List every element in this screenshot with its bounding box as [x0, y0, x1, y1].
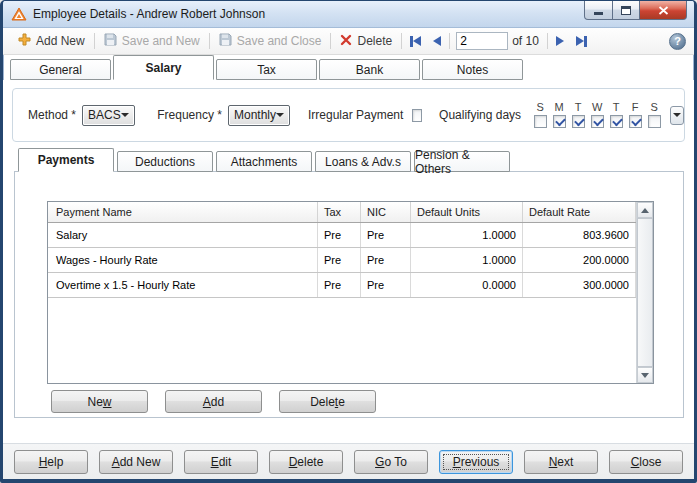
qualifying-day-1-checkbox[interactable] — [553, 115, 566, 128]
tab-bank[interactable]: Bank — [319, 59, 420, 80]
tab-general[interactable]: General — [10, 59, 111, 80]
close-button[interactable] — [640, 1, 687, 20]
qualifying-day-2-checkbox[interactable] — [572, 115, 585, 128]
table-cell: Pre — [361, 273, 411, 297]
qualifying-day-6: S — [647, 102, 661, 128]
column-header-payment-name[interactable]: Payment Name — [48, 202, 318, 222]
qualifying-day-6-checkbox[interactable] — [648, 115, 661, 128]
last-record-icon — [576, 36, 584, 46]
maximize-button[interactable] — [613, 1, 640, 20]
table-cell: 1.0000 — [411, 223, 523, 247]
column-header-nic[interactable]: NIC — [361, 202, 411, 222]
table-row[interactable]: SalaryPrePre1.0000803.9600 — [48, 223, 653, 248]
help-footer-button[interactable]: Help — [14, 450, 88, 474]
save-disk-icon — [219, 33, 232, 49]
toolbar-separator — [330, 33, 331, 49]
scroll-down-icon — [641, 373, 649, 378]
subtab-payments[interactable]: Payments — [18, 148, 114, 172]
qualifying-day-5-checkbox[interactable] — [629, 115, 642, 128]
toolbar-separator — [209, 33, 210, 49]
column-header-tax[interactable]: Tax — [318, 202, 361, 222]
column-header-default-units[interactable]: Default Units — [411, 202, 523, 222]
day-letter: W — [592, 102, 602, 113]
close-footer-button[interactable]: Close — [609, 450, 683, 474]
table-cell: Pre — [318, 248, 361, 272]
add-new-footer-button[interactable]: Add New — [99, 450, 173, 474]
scrollbar-thumb[interactable] — [637, 218, 653, 367]
add-new-toolbar-button[interactable]: Add New — [11, 30, 92, 53]
save-and-close-label: Save and Close — [237, 34, 322, 48]
next-record-icon — [556, 36, 564, 46]
delete-x-icon — [340, 34, 352, 49]
scroll-down-button[interactable] — [637, 367, 653, 383]
payments-panel: Payment NameTaxNICDefault UnitsDefault R… — [14, 171, 684, 418]
irregular-payment-checkbox[interactable] — [412, 109, 422, 122]
chevron-down-icon — [673, 113, 681, 117]
table-cell: 1.0000 — [411, 248, 523, 272]
subtab-pension-others[interactable]: Pension & Others — [414, 151, 510, 172]
title-bar[interactable]: Employee Details - Andrew Robert Johnson — [3, 1, 694, 28]
add-plus-icon — [18, 33, 31, 49]
add-new-label: Add New — [36, 34, 85, 48]
table-cell: Pre — [318, 273, 361, 297]
employee-details-window: Employee Details - Andrew Robert Johnson… — [0, 0, 697, 483]
delete-payment-button[interactable]: Delete — [279, 390, 376, 413]
next-footer-button[interactable]: Next — [524, 450, 598, 474]
delete-toolbar-button[interactable]: Delete — [333, 30, 399, 53]
sage-warning-triangle-icon — [11, 7, 27, 22]
tab-tax[interactable]: Tax — [216, 59, 317, 80]
method-select[interactable]: BACS — [82, 105, 135, 126]
salary-tab-content: Method * BACS Frequency * Monthly Irregu… — [3, 80, 694, 479]
previous-record-icon — [433, 36, 441, 46]
qualifying-day-0-checkbox[interactable] — [534, 115, 547, 128]
first-record-button[interactable] — [404, 30, 427, 52]
vertical-scrollbar[interactable] — [636, 202, 653, 383]
qualifying-days-label: Qualifying days — [439, 108, 521, 122]
previous-footer-button[interactable]: Previous — [439, 450, 513, 474]
table-row[interactable]: Wages - Hourly RatePrePre1.0000200.0000 — [48, 248, 653, 273]
delete-footer-button[interactable]: Delete — [269, 450, 343, 474]
delete-label: Delete — [357, 34, 392, 48]
column-header-default-rate[interactable]: Default Rate — [523, 202, 636, 222]
qualifying-days-expand-button[interactable] — [670, 106, 684, 125]
table-cell: 200.0000 — [523, 248, 636, 272]
day-letter: S — [650, 102, 657, 113]
maximize-icon — [621, 6, 631, 15]
tab-salary[interactable]: Salary — [113, 55, 214, 80]
table-cell: Overtime x 1.5 - Hourly Rate — [48, 273, 318, 297]
help-icon[interactable] — [669, 33, 686, 50]
qualifying-day-5: F — [628, 102, 642, 128]
minimize-button[interactable] — [584, 1, 613, 20]
toolbar: Add New Save and New Save and Close Dele… — [3, 28, 694, 55]
scroll-up-button[interactable] — [637, 202, 653, 218]
go-to-footer-button[interactable]: Go To — [354, 450, 428, 474]
save-and-new-label: Save and New — [122, 34, 200, 48]
save-and-new-toolbar-button: Save and New — [97, 30, 207, 53]
new-payment-button[interactable]: New — [51, 390, 148, 413]
record-number-input[interactable] — [456, 32, 508, 50]
qualifying-days-group: SMTWTFS — [533, 102, 661, 128]
table-button-row: NewAddDelete — [51, 390, 683, 413]
last-record-button[interactable] — [570, 30, 593, 52]
subtab-deductions[interactable]: Deductions — [117, 151, 213, 172]
table-body: SalaryPrePre1.0000803.9600Wages - Hourly… — [48, 223, 653, 298]
previous-record-button[interactable] — [427, 30, 447, 52]
day-letter: F — [632, 102, 639, 113]
toolbar-separator — [547, 33, 548, 49]
table-row[interactable]: Overtime x 1.5 - Hourly RatePrePre0.0000… — [48, 273, 653, 298]
frequency-select[interactable]: Monthly — [228, 105, 290, 126]
subtab-attachments[interactable]: Attachments — [216, 151, 312, 172]
toolbar-separator — [94, 33, 95, 49]
subtab-loans-adv-s[interactable]: Loans & Adv.s — [315, 151, 411, 172]
edit-footer-button[interactable]: Edit — [184, 450, 258, 474]
add-payment-button[interactable]: Add — [165, 390, 262, 413]
qualifying-day-3-checkbox[interactable] — [591, 115, 604, 128]
next-record-button[interactable] — [550, 30, 570, 52]
qualifying-day-2: T — [571, 102, 585, 128]
tab-notes[interactable]: Notes — [422, 59, 523, 80]
save-disk-icon — [104, 33, 117, 49]
footer-button-bar: HelpAdd NewEditDeleteGo ToPreviousNextCl… — [3, 443, 694, 479]
qualifying-day-0: S — [533, 102, 547, 128]
table-cell: Wages - Hourly Rate — [48, 248, 318, 272]
qualifying-day-4-checkbox[interactable] — [610, 115, 623, 128]
